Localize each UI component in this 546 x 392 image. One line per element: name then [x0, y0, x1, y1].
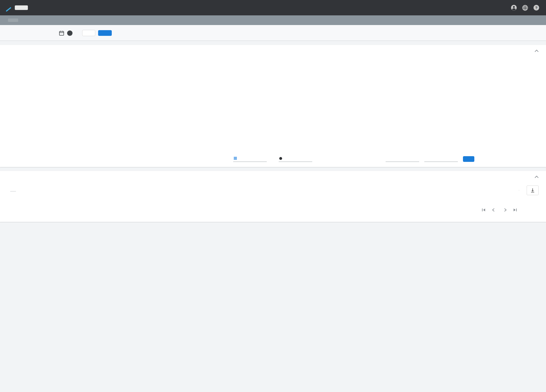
series2-select[interactable]: [279, 155, 312, 162]
download-button[interactable]: [527, 185, 539, 195]
calendar-icon[interactable]: [59, 30, 64, 36]
date-granularity-tabs: [0, 41, 546, 41]
chart-controls: [0, 155, 546, 167]
costs-swatch-icon: [234, 157, 237, 160]
date-help-icon[interactable]: [67, 30, 73, 36]
apply-timezone-button[interactable]: [463, 156, 474, 162]
page-size-select[interactable]: [10, 189, 16, 191]
filter-bar: [0, 25, 546, 40]
help-menu[interactable]: ?: [533, 4, 540, 11]
help-icon: ?: [533, 4, 540, 11]
impressions-swatch-icon: [279, 157, 282, 160]
powered-by-footer: [0, 222, 546, 235]
account-type-dropdown[interactable]: [15, 5, 28, 10]
table-card: [0, 171, 546, 222]
series1-select[interactable]: [233, 155, 267, 162]
graph-card: [0, 45, 546, 167]
first-page-icon[interactable]: [480, 207, 487, 213]
user-icon: [510, 4, 517, 11]
apply-filter-button[interactable]: [98, 30, 112, 36]
top-navigation-bar: ?: [0, 0, 546, 15]
collapse-graph-icon[interactable]: [535, 49, 539, 52]
country-select[interactable]: [386, 158, 419, 162]
svg-text:?: ?: [535, 6, 537, 10]
last-page-icon[interactable]: [511, 207, 519, 213]
view-historical-statistics-button[interactable]: [8, 18, 18, 22]
globe-icon: [522, 5, 528, 11]
next-page-icon[interactable]: [502, 207, 509, 213]
date-range-input[interactable]: [3, 31, 56, 36]
statistics-chart: [0, 54, 546, 154]
timezone-select[interactable]: [424, 158, 458, 162]
user-menu[interactable]: [510, 4, 519, 11]
column-view-selects: [519, 190, 519, 191]
notice-bar: [0, 15, 546, 25]
download-icon: [530, 188, 535, 193]
add-filter-button[interactable]: [82, 30, 95, 36]
collapse-table-icon[interactable]: [535, 176, 539, 178]
pagination-controls: [480, 207, 519, 213]
previous-page-icon[interactable]: [490, 207, 497, 213]
language-menu[interactable]: [522, 5, 530, 11]
